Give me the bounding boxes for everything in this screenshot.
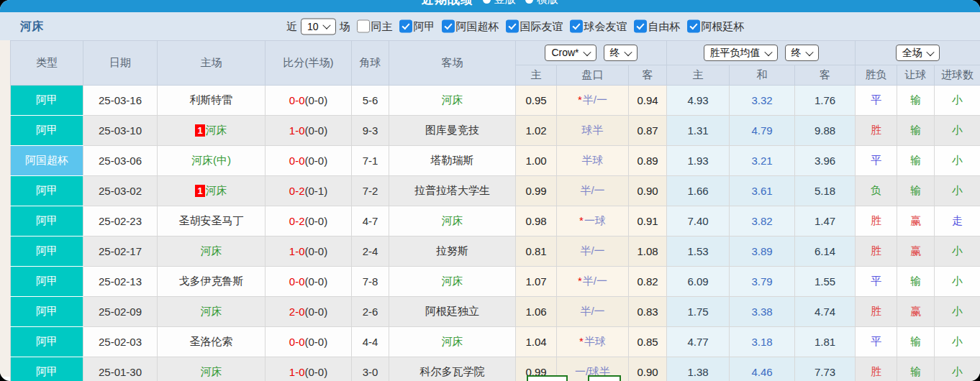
home-team-link[interactable]: 利斯特雷	[190, 93, 233, 106]
results-table-wrap: 类型 日期 主场 比分(半场) 角球 客场 Crow* 终	[10, 40, 980, 381]
table-row: 阿甲25-02-03圣洛伦索0-0(0-0)4-4河床1.04*半球0.854.…	[11, 327, 980, 357]
cell-corners: 4-7	[352, 206, 389, 237]
away-team-link[interactable]: 拉普拉塔大学生	[414, 184, 490, 196]
cell-home-team: 河床	[158, 357, 266, 381]
away-team-link[interactable]: 河床	[442, 335, 463, 347]
home-team-link[interactable]: 圣胡安圣马丁	[179, 214, 244, 226]
away-team-link[interactable]: 河床	[442, 214, 463, 226]
away-team-link[interactable]: 图库曼竞技	[425, 124, 479, 136]
home-team-link[interactable]: 河床	[206, 124, 227, 136]
half-time-score: (0-0)	[305, 275, 328, 288]
league-checkbox-1[interactable]	[399, 20, 412, 33]
cell-odds-handicap: *半/一	[557, 267, 629, 297]
cell-avg-home: 1.93	[667, 146, 730, 176]
cell-score: 1-0(0-0)	[266, 357, 352, 381]
table-row: 阿甲25-02-17河床1-0(0-0)2-4拉努斯0.81半/一1.081.5…	[11, 237, 980, 267]
away-team-link[interactable]: 河床	[442, 275, 463, 287]
cell-home-team: 圣洛伦索	[158, 327, 266, 357]
cell-avg-draw: 3.61	[730, 176, 795, 206]
full-time-score: 0-0	[289, 94, 305, 106]
col-header-handicap: 盘口	[557, 65, 629, 86]
league-checkbox-4[interactable]	[570, 20, 583, 33]
cell-score: 2-0(0-0)	[266, 297, 352, 327]
radio-icon	[525, 0, 533, 4]
cell-odds-away: 0.85	[629, 327, 667, 357]
home-team-link[interactable]: 河床	[201, 244, 222, 257]
chevron-down-icon	[583, 47, 591, 55]
cell-odds-home: 1.00	[516, 146, 557, 176]
cell-result-goals: 小	[935, 237, 980, 267]
cell-away-team: 科尔多瓦学院	[389, 357, 516, 381]
same-home-checkbox[interactable]	[357, 20, 370, 33]
home-team-link[interactable]: 河床	[206, 184, 227, 196]
cell-odds-home: 1.07	[516, 267, 557, 297]
avg-time-select[interactable]: 终	[785, 45, 819, 61]
cell-type: 阿甲	[11, 297, 83, 327]
cell-avg-draw: 3.21	[730, 146, 795, 176]
layout-option-vertical[interactable]: 竖版	[483, 0, 516, 6]
cell-avg-home: 6.09	[667, 267, 730, 297]
cell-result-handicap: 赢	[897, 297, 935, 327]
app-window: 近期战绩 竖版 横版 河床 近 10 场 同主 阿甲阿国超杯国际友谊球会友谊自由…	[0, 0, 980, 381]
league-checkbox-6[interactable]	[687, 20, 700, 33]
cell-result-handicap: 输	[897, 86, 935, 116]
cell-avg-home: 4.93	[667, 86, 730, 116]
home-team-link[interactable]: 河床	[201, 365, 222, 377]
cell-result-goals: 小	[935, 267, 980, 297]
league-checkbox-3[interactable]	[506, 20, 519, 33]
away-team-link[interactable]: 河床	[442, 93, 463, 106]
away-team-link[interactable]: 塔勒瑞斯	[431, 154, 474, 166]
odds-time-select[interactable]: 终	[604, 45, 638, 61]
col-header-odds-away: 客	[629, 65, 667, 86]
cell-avg-draw: 3.18	[730, 327, 795, 357]
cell-avg-draw: 3.38	[730, 297, 795, 327]
cell-type: 阿甲	[11, 237, 83, 267]
home-team-link[interactable]: 河床	[201, 305, 222, 317]
cell-score: 0-2(0-1)	[266, 176, 352, 206]
cell-score: 1-0(0-0)	[266, 116, 352, 146]
cell-corners: 7-1	[352, 146, 389, 176]
cell-away-team: 河床	[389, 86, 516, 116]
layout-option-horizontal[interactable]: 横版	[525, 0, 558, 6]
league-checkbox-2[interactable]	[442, 20, 455, 33]
cell-odds-home: 1.02	[516, 116, 557, 146]
filter-bar: 河床 近 10 场 同主 阿甲阿国超杯国际友谊球会友谊自由杯阿根廷杯	[0, 12, 980, 40]
page-title: 近期战绩	[422, 0, 473, 8]
cell-type: 阿甲	[11, 86, 83, 116]
cell-odds-home: 1.04	[516, 327, 557, 357]
scope-select[interactable]: 全场	[896, 45, 940, 61]
full-time-score: 1-0	[289, 245, 305, 257]
away-team-link[interactable]: 拉努斯	[436, 244, 468, 257]
cell-home-team: 1河床	[158, 116, 266, 146]
home-team-link[interactable]: 河床(中)	[191, 154, 231, 166]
col-header-away: 客场	[389, 41, 516, 86]
table-row: 阿甲25-02-23圣胡安圣马丁0-2(0-0)4-7河床0.98*一球0.91…	[11, 206, 980, 237]
cell-type: 阿甲	[11, 176, 83, 206]
cell-odds-away: 0.83	[629, 297, 667, 327]
odds-company-select[interactable]: Crow*	[545, 45, 596, 61]
full-time-score: 0-2	[289, 215, 305, 227]
radio-icon	[483, 0, 491, 4]
cell-odds-handicap: 半/一	[557, 176, 629, 206]
col-header-avg-away: 客	[795, 65, 856, 86]
chevron-down-icon	[805, 47, 813, 55]
recent-count-select[interactable]: 10	[301, 18, 336, 35]
avg-type-select[interactable]: 胜平负均值	[704, 45, 778, 61]
home-team-link[interactable]: 圣洛伦索	[190, 335, 233, 347]
half-time-score: (0-0)	[305, 94, 328, 106]
away-team-link[interactable]: 科尔多瓦学院	[420, 365, 485, 377]
filter-controls: 近 10 场 同主 阿甲阿国超杯国际友谊球会友谊自由杯阿根廷杯	[286, 18, 745, 35]
away-team-link[interactable]: 阿根廷独立	[425, 305, 479, 317]
half-time-score: (0-0)	[305, 124, 328, 137]
cell-avg-away: 4.74	[795, 297, 856, 327]
cell-home-team: 河床	[158, 237, 266, 267]
cell-odds-home: 0.95	[516, 86, 557, 116]
cell-home-team: 戈多伊克鲁斯	[158, 267, 266, 297]
cell-corners: 2-4	[352, 237, 389, 267]
cell-result-handicap: 输	[897, 357, 935, 381]
cell-date: 25-03-06	[83, 146, 158, 176]
cell-away-team: 河床	[389, 327, 516, 357]
league-checkbox-5[interactable]	[634, 20, 647, 33]
table-row: 阿甲25-01-30河床1-0(0-0)3-0科尔多瓦学院0.99一/球半0.9…	[11, 357, 980, 381]
home-team-link[interactable]: 戈多伊克鲁斯	[179, 275, 244, 287]
